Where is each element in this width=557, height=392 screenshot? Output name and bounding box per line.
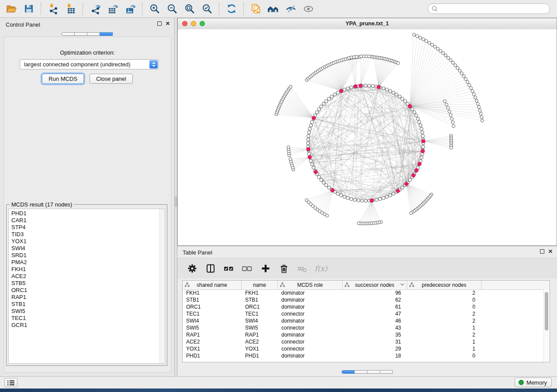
table-row[interactable]: FKH1 FKH1 dominator 96 2 bbox=[183, 289, 544, 296]
network-canvas[interactable] bbox=[178, 29, 557, 245]
table-row[interactable]: ORC1 ORC1 dominator 61 0 bbox=[183, 303, 544, 310]
import-table-icon bbox=[65, 3, 76, 14]
function-builder-button[interactable]: f(x) bbox=[315, 262, 327, 275]
mcds-result-item[interactable]: ORC1 bbox=[11, 287, 159, 294]
unchecked-boxes-icon bbox=[242, 263, 253, 274]
deselect-all-button[interactable] bbox=[241, 262, 253, 275]
maximize-window-icon[interactable] bbox=[200, 21, 205, 26]
zoom-fit-icon bbox=[184, 3, 195, 14]
cell-mcds-role: dominator bbox=[278, 290, 343, 296]
mcds-result-item[interactable]: CAR1 bbox=[11, 217, 159, 224]
close-panel-icon[interactable]: ✕ bbox=[166, 21, 170, 26]
float-panel-icon[interactable] bbox=[157, 21, 162, 26]
sort-descending-icon[interactable] bbox=[401, 282, 404, 285]
mcds-result-item[interactable]: GCR1 bbox=[11, 322, 159, 329]
first-neighbors-button[interactable] bbox=[265, 1, 282, 16]
cell-name: SWI4 bbox=[242, 318, 278, 324]
delete-column-button[interactable] bbox=[296, 262, 308, 275]
zoom-in-button[interactable] bbox=[146, 1, 163, 16]
export-image-button[interactable] bbox=[121, 1, 139, 16]
table-panel-tab[interactable] bbox=[380, 370, 393, 374]
table-row[interactable]: YOX1 YOX1 connector 29 1 bbox=[183, 345, 544, 352]
result-scrollbar[interactable] bbox=[159, 209, 165, 363]
mcds-result-item[interactable]: SWI5 bbox=[11, 308, 159, 315]
cell-mcds-role: connector bbox=[278, 311, 343, 317]
mcds-result-item[interactable]: YOX1 bbox=[11, 238, 159, 245]
refresh-button[interactable] bbox=[223, 1, 240, 16]
open-session-button[interactable] bbox=[3, 1, 20, 16]
show-all-button[interactable] bbox=[300, 1, 317, 16]
control-panel-tab[interactable] bbox=[87, 32, 100, 36]
mcds-result-item[interactable]: SWI4 bbox=[11, 245, 159, 252]
add-column-button[interactable] bbox=[259, 262, 272, 275]
table-row[interactable]: RAP1 RAP1 dominator 35 2 bbox=[183, 331, 544, 338]
table-scrollbar[interactable] bbox=[543, 289, 550, 362]
export-table-button[interactable] bbox=[104, 1, 121, 16]
toolbar-separator bbox=[243, 3, 244, 15]
network-window-title: YPA_prune.txt_1 bbox=[178, 18, 557, 29]
mcds-result-item[interactable]: FKH1 bbox=[11, 266, 159, 273]
table-column-header[interactable]: successor nodes bbox=[343, 281, 407, 289]
close-panel-button[interactable]: Close panel bbox=[90, 74, 133, 84]
status-bar: Memory bbox=[0, 376, 557, 389]
export-network-button[interactable] bbox=[86, 1, 104, 16]
select-all-button[interactable] bbox=[223, 262, 235, 275]
import-network-button[interactable] bbox=[45, 1, 62, 16]
save-session-button[interactable] bbox=[20, 1, 38, 16]
zoom-fit-button[interactable] bbox=[181, 1, 198, 16]
mcds-result-item[interactable]: RAP1 bbox=[11, 294, 159, 301]
show-panels-button[interactable] bbox=[4, 378, 17, 387]
table-row[interactable]: SWI5 SWI5 connector 43 1 bbox=[183, 324, 544, 331]
memory-status-icon bbox=[519, 380, 524, 385]
export-table-icon bbox=[107, 3, 118, 14]
cell-shared-name: YOX1 bbox=[183, 346, 242, 352]
mcds-result-item[interactable]: PMA2 bbox=[11, 259, 159, 266]
table-panel-tab[interactable] bbox=[354, 370, 367, 374]
control-panel-tab[interactable] bbox=[100, 32, 113, 36]
optimization-criterion-select[interactable]: largest connected component (undirected) bbox=[20, 59, 159, 69]
memory-button[interactable]: Memory bbox=[515, 378, 552, 387]
table-row[interactable]: STB1 STB1 dominator 62 0 bbox=[183, 296, 544, 303]
table-settings-button[interactable] bbox=[186, 262, 198, 275]
zoom-out-button[interactable] bbox=[163, 1, 181, 16]
import-table-button[interactable] bbox=[62, 1, 80, 16]
column-label: shared name bbox=[197, 282, 227, 288]
splitter-handle[interactable] bbox=[175, 196, 177, 207]
table-column-header[interactable]: MCDS role bbox=[278, 281, 343, 289]
minimize-window-icon[interactable] bbox=[191, 21, 196, 26]
control-panel-tab[interactable] bbox=[62, 32, 75, 36]
table-column-header[interactable]: shared name bbox=[183, 281, 242, 289]
network-window-titlebar[interactable]: YPA_prune.txt_1 bbox=[178, 18, 557, 30]
mcds-result-item[interactable]: STB5 bbox=[11, 280, 159, 287]
table-panel-tab[interactable] bbox=[342, 370, 355, 374]
table-row[interactable]: SWI4 SWI4 dominator 46 2 bbox=[183, 317, 544, 324]
control-panel-tab[interactable] bbox=[74, 32, 87, 36]
close-table-panel-icon[interactable]: ✕ bbox=[548, 249, 553, 254]
run-mcds-button[interactable]: Run MCDS bbox=[42, 74, 84, 84]
hide-selected-button[interactable] bbox=[282, 1, 300, 16]
mcds-result-item[interactable]: ACE2 bbox=[11, 273, 159, 280]
mcds-result-item[interactable]: STP4 bbox=[11, 224, 159, 231]
show-columns-button[interactable] bbox=[204, 262, 217, 275]
eye-icon bbox=[303, 3, 314, 14]
clone-network-button[interactable] bbox=[247, 1, 265, 16]
search-input[interactable] bbox=[439, 4, 550, 13]
mcds-result-item[interactable]: STB1 bbox=[11, 301, 159, 308]
mcds-result-item[interactable]: TEC1 bbox=[11, 315, 159, 322]
table-column-header[interactable]: name bbox=[242, 281, 278, 289]
table-column-header[interactable]: predecessor nodes bbox=[407, 281, 481, 289]
table-panel-tab[interactable] bbox=[367, 370, 380, 374]
close-window-icon[interactable] bbox=[182, 21, 187, 26]
zoom-selected-button[interactable] bbox=[198, 1, 216, 16]
toolbar-separator bbox=[142, 3, 143, 15]
float-table-panel-icon[interactable] bbox=[540, 249, 544, 254]
table-row[interactable]: PHD1 PHD1 dominator 18 0 bbox=[183, 352, 544, 359]
table-row[interactable]: ACE2 ACE2 connector 31 1 bbox=[183, 338, 544, 345]
delete-rows-button[interactable] bbox=[278, 262, 290, 275]
table-row[interactable]: TEC1 TEC1 connector 47 2 bbox=[183, 310, 544, 317]
mcds-result-item[interactable]: SRD1 bbox=[11, 252, 159, 259]
table-panel-tabs bbox=[177, 370, 557, 374]
mcds-result-item[interactable]: TID3 bbox=[11, 231, 159, 238]
mcds-result-item[interactable]: PHD1 bbox=[11, 210, 159, 217]
table-scrollbar-thumb[interactable] bbox=[545, 292, 548, 330]
